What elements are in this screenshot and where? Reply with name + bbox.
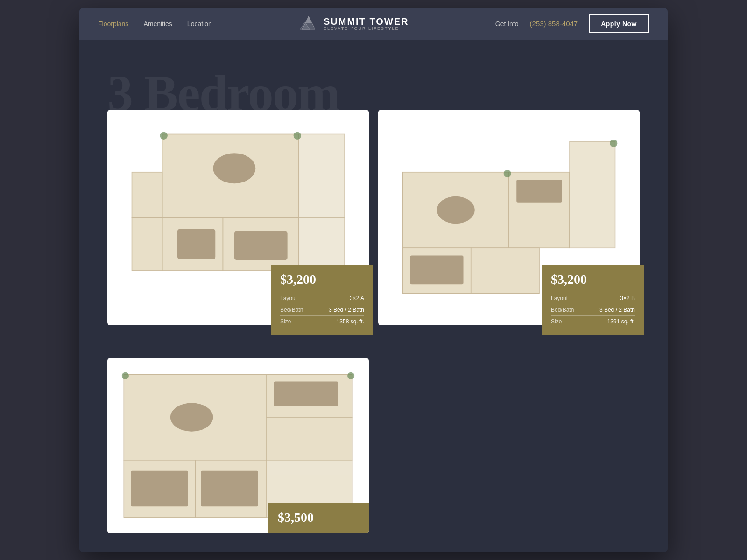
bedbath-row-2: Bed/Bath 3 Bed / 2 Bath bbox=[551, 304, 635, 316]
layout-row-1: Layout 3×2 A bbox=[280, 293, 364, 304]
bedbath-row-1: Bed/Bath 3 Bed / 2 Bath bbox=[280, 304, 364, 316]
bedbath-value-1: 3 Bed / 2 Bath bbox=[329, 307, 364, 313]
svg-point-13 bbox=[160, 132, 168, 139]
get-info-link[interactable]: Get Info bbox=[495, 20, 519, 28]
logo-main-text: SUMMIT TOWER bbox=[324, 16, 409, 27]
svg-rect-12 bbox=[299, 217, 345, 271]
layout-label-1: Layout bbox=[280, 295, 297, 301]
size-row-1: Size 1358 sq. ft. bbox=[280, 316, 364, 327]
empty-column bbox=[378, 358, 640, 533]
svg-rect-17 bbox=[509, 210, 570, 248]
price-info-1: $3,200 Layout 3×2 A Bed/Bath 3 Bed / 2 B… bbox=[271, 265, 374, 335]
size-value-1: 1358 sq. ft. bbox=[337, 318, 364, 325]
svg-rect-9 bbox=[177, 229, 215, 259]
nav-right: Get Info (253) 858-4047 Apply Now bbox=[495, 14, 649, 33]
nav-left: Floorplans Amenities Location bbox=[98, 20, 212, 28]
svg-rect-19 bbox=[570, 210, 615, 248]
floorplan-card-1[interactable]: $3,200 Layout 3×2 A Bed/Bath 3 Bed / 2 B… bbox=[107, 110, 369, 326]
svg-point-37 bbox=[122, 372, 129, 379]
floorplans-grid-bottom: $3,500 bbox=[107, 358, 640, 533]
logo-text: SUMMIT TOWER Elevate Your Lifestyle bbox=[324, 16, 409, 31]
svg-point-38 bbox=[347, 372, 354, 379]
logo-sub-text: Elevate Your Lifestyle bbox=[324, 27, 409, 31]
price-1: $3,200 bbox=[280, 272, 364, 287]
phone-number[interactable]: (253) 858-4047 bbox=[530, 20, 578, 28]
nav-floorplans[interactable]: Floorplans bbox=[98, 20, 128, 28]
nav-amenities[interactable]: Amenities bbox=[143, 20, 172, 28]
svg-point-22 bbox=[437, 196, 475, 224]
svg-rect-11 bbox=[299, 134, 345, 217]
floorplan-card-3[interactable]: $3,500 bbox=[107, 358, 369, 533]
layout-value-1: 3×2 A bbox=[350, 295, 364, 301]
bedbath-label-1: Bed/Bath bbox=[280, 307, 303, 313]
svg-rect-23 bbox=[516, 180, 562, 203]
browser-window: Floorplans Amenities Location SUMMIT TOW… bbox=[79, 8, 668, 553]
price-info-2: $3,200 Layout 3×2 B Bed/Bath 3 Bed / 2 B… bbox=[542, 265, 644, 335]
svg-rect-34 bbox=[274, 382, 338, 407]
size-label-2: Size bbox=[551, 318, 562, 325]
layout-row-2: Layout 3×2 B bbox=[551, 293, 635, 304]
navbar: Floorplans Amenities Location SUMMIT TOW… bbox=[79, 8, 668, 40]
svg-rect-21 bbox=[471, 248, 539, 294]
svg-point-26 bbox=[610, 139, 617, 147]
main-content: 3 Bedroom bbox=[79, 40, 668, 553]
layout-label-2: Layout bbox=[551, 295, 568, 301]
floorplan-svg-3 bbox=[117, 367, 359, 524]
price-3: $3,500 bbox=[278, 510, 362, 525]
svg-rect-10 bbox=[234, 231, 288, 260]
price-2: $3,200 bbox=[551, 272, 635, 287]
svg-marker-2 bbox=[306, 16, 311, 23]
floorplans-grid-top: $3,200 Layout 3×2 A Bed/Bath 3 Bed / 2 B… bbox=[107, 110, 640, 340]
price-info-3: $3,500 bbox=[268, 503, 369, 533]
svg-point-8 bbox=[213, 153, 255, 183]
svg-rect-36 bbox=[201, 471, 258, 506]
svg-rect-18 bbox=[570, 141, 615, 210]
size-row-2: Size 1391 sq. ft. bbox=[551, 316, 635, 327]
svg-rect-24 bbox=[410, 255, 464, 284]
logo-mountain-icon bbox=[298, 14, 319, 34]
bedbath-label-2: Bed/Bath bbox=[551, 307, 574, 313]
svg-rect-35 bbox=[131, 471, 188, 506]
svg-rect-6 bbox=[132, 172, 162, 217]
size-label-1: Size bbox=[280, 318, 291, 325]
svg-rect-7 bbox=[132, 217, 162, 271]
nav-location[interactable]: Location bbox=[187, 20, 212, 28]
svg-point-25 bbox=[504, 169, 511, 177]
svg-rect-29 bbox=[267, 417, 352, 460]
nav-logo: SUMMIT TOWER Elevate Your Lifestyle bbox=[298, 14, 409, 34]
layout-value-2: 3×2 B bbox=[620, 295, 635, 301]
apply-now-button[interactable]: Apply Now bbox=[589, 14, 649, 33]
svg-point-14 bbox=[294, 132, 301, 139]
size-value-2: 1391 sq. ft. bbox=[607, 318, 635, 325]
floorplan-card-2[interactable]: $3,200 Layout 3×2 B Bed/Bath 3 Bed / 2 B… bbox=[378, 110, 640, 326]
svg-point-33 bbox=[170, 403, 213, 431]
bedbath-value-2: 3 Bed / 2 Bath bbox=[599, 307, 635, 313]
